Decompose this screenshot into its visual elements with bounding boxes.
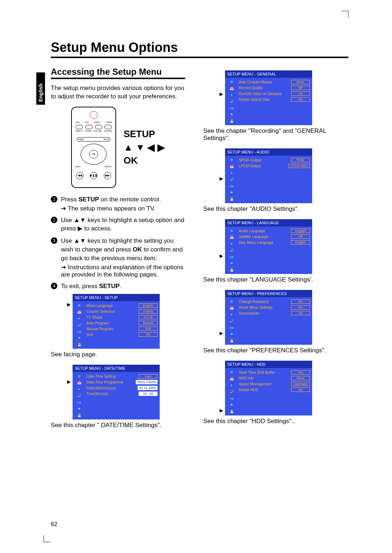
menu-tab-icon: 💾: [228, 409, 236, 414]
menu-tab-icon: Aa: [228, 183, 236, 189]
selection-arrow-icon: ⯈: [219, 331, 224, 336]
menu-tab-icon: 🔊: [228, 177, 236, 182]
menu-setup-panel: SETUP MENU - SETUP⚙📅✦🔊Aa⚑💾⯈Menu Language…: [73, 294, 160, 349]
menu-row: Delete Optical DiscOK: [239, 97, 310, 102]
menu-row-value: OK: [291, 299, 310, 304]
menu-tab-icon: ✦: [228, 92, 236, 98]
menu-row: HDD InfoShow: [239, 375, 310, 381]
step-1: 1 Press SETUP on the remote control.: [51, 195, 185, 204]
menu-row: Space ManagementAutomatic: [239, 381, 310, 387]
step-number-icon: 2: [51, 217, 57, 223]
menu-rows: Audio LanguageEnglishSubtitle LanguageOf…: [238, 226, 312, 274]
menu-row: Change PasswordOK: [239, 299, 310, 304]
menu-tab-icon: ⚙: [75, 373, 83, 379]
section-rule: [51, 78, 185, 79]
menu-tab-icon: Aa: [228, 325, 236, 330]
menu-tab-icon: ⚑: [228, 402, 236, 407]
menu-row-label: Disc Menu Language: [239, 241, 273, 245]
menu-row-label: Date-Time Programme: [86, 380, 123, 384]
menu-row-label: Audio Language: [239, 229, 265, 233]
menu-tab-icon: 🔊: [228, 247, 236, 253]
menu-row: Delete HDDOK: [239, 387, 310, 393]
menu-row-label: Record Quality: [239, 86, 263, 90]
menu-tab-icon: ⚙: [75, 303, 83, 308]
menu-title: SETUP MENU - AUDIO: [225, 148, 312, 156]
remote-label: HDD: [75, 121, 79, 123]
menu-row: LPCM OutputLPCM 96Hz: [239, 163, 310, 169]
play-pause-icon: ▶❚❚: [90, 172, 97, 179]
title-rule: [51, 57, 348, 58]
section-heading: Accessing the Setup Menu: [51, 67, 185, 77]
intro-text: The setup menu provides various options …: [51, 84, 185, 101]
menu-row-value: Off: [291, 234, 310, 239]
menu-language-panel: SETUP MENU - LANGUAGE⚙📅✦🔊Aa⚑💾⯈Audio Lang…: [225, 219, 312, 274]
menu-tab-icon: Aa: [228, 254, 236, 259]
menu-row-label: Auto Chapter Marker: [239, 80, 273, 84]
menu-body: ⚙📅✦🔊Aa⚑💾⯈Auto Chapter Marker5min.Record …: [225, 78, 312, 125]
menu-row-value: Yes: [291, 370, 310, 374]
menu-tab-icon: 📅: [228, 86, 236, 91]
menu-row-value: 01 01 2006: [138, 386, 158, 390]
menu-row-value: Austria: [139, 309, 158, 314]
menu-title: SETUP MENU - SETUP: [73, 294, 160, 301]
menu-icon-strip: ⚙📅✦🔊Aa⚑💾⯈: [225, 78, 238, 125]
menu-row: TV Shape4:3 LB: [86, 314, 158, 320]
menu-tab-icon: 💾: [75, 342, 83, 347]
rew-icon: ◀◀: [76, 172, 83, 179]
menu-tab-icon: 💾: [228, 338, 236, 343]
menu-title: SETUP MENU - PREFERENCES: [225, 290, 312, 297]
menu-tab-icon: 📅: [228, 376, 236, 381]
menu-tab-icon: ⚑: [75, 406, 83, 411]
menu-tab-icon: ✦: [228, 312, 236, 317]
remote-btn: [75, 125, 83, 129]
menu-row-label: Time(hh:mm): [86, 392, 108, 396]
menu-row-value: OK: [291, 91, 310, 96]
selection-arrow-icon: ⯈: [219, 177, 224, 182]
page-title: Setup Menu Options: [51, 40, 348, 55]
menu-row-label: Reset Menu Settings: [239, 306, 273, 310]
transport-row: ◀◀ ▶❚❚ ▶▶: [76, 172, 111, 179]
menu-icon-strip: ⚙📅✦🔊Aa⚑💾⯈: [73, 301, 86, 349]
menu-title: SETUP MENU - DATE/TIME: [73, 365, 160, 372]
menu-hdd-panel: SETUP MENU - HDD⚙📅✦🔊Aa⚑💾⯈Save Time Shift…: [225, 361, 312, 415]
dpad: OK: [81, 144, 107, 165]
menu-row-label: Auto Program: [86, 321, 109, 325]
menu-rows: Save Time Shift BufferYesHDD InfoShowSpa…: [238, 368, 312, 415]
crop-mark-bl: [44, 535, 50, 542]
setup-text: SETUP: [123, 127, 164, 140]
menu-tab-icon: ⚙: [228, 299, 236, 304]
menu-icon-strip: ⚙📅✦🔊Aa⚑💾⯈: [225, 368, 238, 415]
menu-tab-icon: 💾: [228, 267, 236, 273]
menu-title: SETUP MENU - GENERAL: [225, 70, 312, 78]
menu-row-value: 5min.: [291, 80, 310, 84]
menu-tab-icon: 📅: [75, 380, 83, 385]
menu-row: Disc Menu LanguageEnglish: [239, 239, 310, 245]
menu-tab-icon: 🔊: [75, 322, 83, 328]
menu-row-label: Change Password: [239, 300, 269, 304]
menu-title: SETUP MENU - LANGUAGE: [225, 219, 312, 226]
remote-bar: TIMER SETUP: [77, 137, 110, 142]
menu-row: Time(hh:mm)10 : 33: [86, 391, 158, 397]
menu-tab-icon: Aa: [228, 396, 236, 401]
menu-tab-icon: ✦: [228, 170, 236, 176]
menu-row: ScreensaverOn: [239, 310, 310, 316]
menu-row-value: Automatic: [291, 382, 310, 386]
menu-row-label: Manual Program: [86, 327, 113, 331]
caption-datetime: See this chapter " DATE/TIME Settings".: [51, 422, 185, 429]
step-1-result: The setup menu appears on TV.: [51, 205, 185, 212]
menu-tab-icon: ⚑: [75, 335, 83, 341]
remote-label: TUNER: [106, 121, 112, 123]
selection-arrow-icon: ⯈: [219, 409, 224, 414]
menu-body: ⚙📅✦🔊Aa⚑💾⯈Save Time Shift BufferYesHDD In…: [225, 368, 312, 415]
remote-label: TV/HDD: [85, 130, 91, 132]
page-number: 62: [51, 521, 57, 528]
menu-tab-icon: ⚙: [228, 228, 236, 233]
remote-label: SELECT: [75, 130, 82, 132]
remote-label: DISPLAY: [105, 165, 112, 168]
menu-tab-icon: ⚑: [228, 261, 236, 266]
menu-row-value: 4:3 LB: [139, 315, 158, 319]
menu-row-label: DivX(R) Video on Demand: [239, 92, 282, 96]
left-column: Accessing the Setup Menu The setup menu …: [51, 67, 185, 435]
ok-button-icon: OK: [89, 150, 98, 159]
remote-btn: [105, 125, 112, 129]
